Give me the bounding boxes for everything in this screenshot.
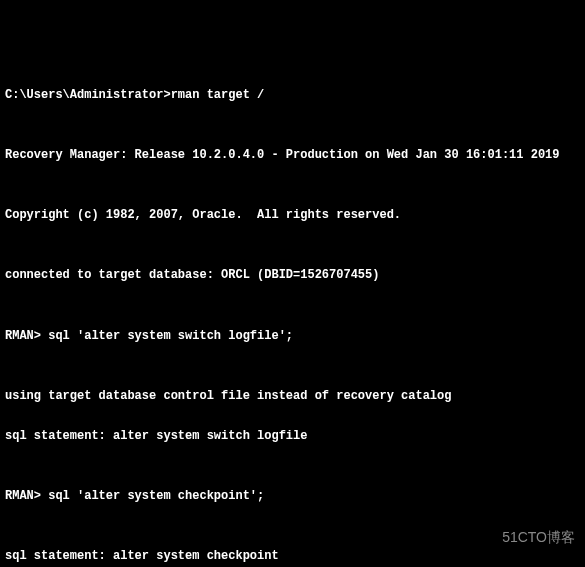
connected-line: connected to target database: ORCL (DBID…: [5, 265, 580, 285]
rman-cmd-line: RMAN> sql 'alter system checkpoint';: [5, 486, 580, 506]
release-line: Recovery Manager: Release 10.2.0.4.0 - P…: [5, 145, 580, 165]
copyright-line: Copyright (c) 1982, 2007, Oracle. All ri…: [5, 205, 580, 225]
output-line: sql statement: alter system switch logfi…: [5, 426, 580, 446]
rman-cmd-line: RMAN> sql 'alter system switch logfile';: [5, 326, 580, 346]
output-line: sql statement: alter system checkpoint: [5, 546, 580, 566]
watermark: 51CTO博客: [502, 526, 575, 549]
prompt-line: C:\Users\Administrator>rman target /: [5, 85, 580, 105]
output-line: using target database control file inste…: [5, 386, 580, 406]
